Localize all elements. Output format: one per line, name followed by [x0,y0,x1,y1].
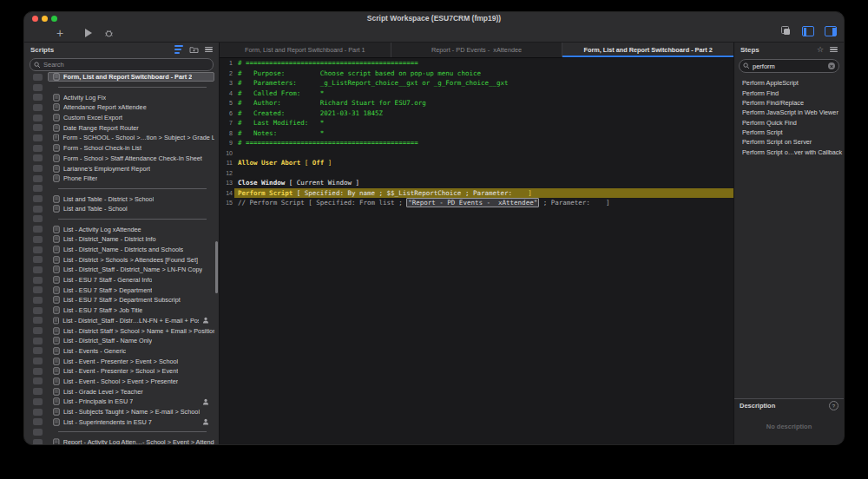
duplicate-icon[interactable] [781,26,792,36]
script-list-item[interactable]: List - District_Staff - District_Name > … [24,265,219,275]
script-list-item[interactable]: List - District Staff > School > Name + … [24,325,219,336]
code-line[interactable]: 8# Notes: * [220,128,733,139]
include-in-menu-checkbox[interactable] [33,236,43,243]
script-list-item[interactable]: Activity Log Fix [24,92,219,102]
script-list-item[interactable]: Larianne's Employment Report [24,163,219,174]
include-in-menu-checkbox[interactable] [33,277,43,284]
script-list-item[interactable]: List - Events - Generic [24,346,219,357]
editor-tab-active[interactable]: Form, List and Report Switchboard - Part… [562,43,733,57]
script-list-item[interactable]: List - District_Name - Districts and Sch… [24,245,219,255]
script-list-item[interactable]: List - District > Schools > Attendees [F… [24,254,219,265]
include-in-menu-checkbox[interactable] [33,398,43,405]
run-script-button[interactable] [85,29,92,37]
include-in-menu-checkbox[interactable] [33,317,43,324]
script-list-item[interactable]: Attendance Report xAttendee [24,102,219,113]
script-list-separator[interactable] [24,82,219,93]
step-item[interactable]: Perform Script [734,128,844,137]
code-line[interactable]: 15// Perform Script [ Specified: From li… [220,198,733,208]
script-list-separator[interactable] [24,214,219,225]
include-in-menu-checkbox[interactable] [33,124,43,131]
toggle-steps-pane-button[interactable] [825,26,837,36]
script-list-item[interactable]: List - Event - Presenter > Event > Schoo… [24,356,219,366]
script-list-item[interactable]: List - District_Staff - Distr…LN-FN + E-… [24,316,219,326]
script-list-item[interactable]: List - ESU 7 Staff > Department Subscrip… [24,295,219,305]
include-in-menu-checkbox[interactable] [33,409,43,416]
include-in-menu-checkbox[interactable] [33,215,43,222]
step-item[interactable]: Perform Script o…ver with Callback [734,147,844,156]
scripts-view-toggle-icon[interactable] [174,45,183,55]
script-list-item[interactable]: List - Grade Level > Teacher [24,386,219,397]
new-script-button[interactable]: + [52,26,68,40]
script-list-item[interactable]: List - ESU 7 Staff - General Info [24,275,219,285]
script-list-item[interactable]: Form, List and Report Switchboard - Part… [24,72,219,82]
code-line[interactable]: 13Close Window [ Current Window ] [220,178,733,188]
include-in-menu-checkbox[interactable] [33,246,43,253]
code-line[interactable]: 5# Author: Richard Stuart for ESU7.org [220,98,733,108]
script-list-item[interactable]: List - Event - Presenter > School > Even… [24,366,219,377]
code-line[interactable]: 4# Called From: * [220,89,733,99]
toggle-scripts-pane-button[interactable] [802,26,814,36]
code-line[interactable]: 11Allow User Abort [ Off ] [220,158,733,168]
step-item[interactable]: Perform AppleScript [734,78,844,88]
script-list-item[interactable]: List - Superintendents in ESU 7 [24,417,219,427]
include-in-menu-checkbox[interactable] [33,135,43,141]
script-list-item[interactable]: Date Range Report Router [24,122,219,133]
include-in-menu-checkbox[interactable] [33,266,43,273]
scripts-scrollbar-thumb[interactable] [215,241,219,293]
step-item[interactable]: Perform Quick Find [734,117,844,127]
favorite-steps-icon[interactable]: ☆ [817,46,824,54]
include-in-menu-checkbox[interactable] [33,226,43,233]
clear-search-icon[interactable] [828,62,835,69]
include-in-menu-checkbox[interactable] [33,154,43,161]
include-in-menu-checkbox[interactable] [33,338,43,344]
help-icon[interactable]: ? [829,401,838,410]
include-in-menu-checkbox[interactable] [33,74,43,81]
code-line[interactable]: 9# =====================================… [220,138,733,148]
include-in-menu-checkbox[interactable] [33,429,43,436]
include-in-menu-checkbox[interactable] [33,115,43,121]
include-in-menu-checkbox[interactable] [33,165,43,172]
script-list-item[interactable]: List - Principals in ESU 7 [24,397,219,407]
include-in-menu-checkbox[interactable] [33,145,43,152]
step-item[interactable]: Perform JavaScript in Web Viewer [734,108,844,117]
include-in-menu-checkbox[interactable] [33,286,43,293]
script-list-item[interactable]: Phone Filter [24,174,219,184]
script-list-item[interactable]: Form - School > Staff Attendance Check-I… [24,154,219,164]
scripts-menu-icon[interactable] [205,47,213,53]
include-in-menu-checkbox[interactable] [33,297,43,304]
script-list-item[interactable]: List - ESU 7 Staff > Job Title [24,305,219,316]
scripts-search-input[interactable] [43,61,209,69]
script-list-item[interactable]: List - Subjects Taught > Name > E-mail >… [24,407,219,417]
script-list-item[interactable]: List - District_Staff - Name Only [24,336,219,346]
code-line[interactable]: 12 [220,168,733,179]
script-list-item[interactable]: List - Event - School > Event > Presente… [24,377,219,387]
script-list-item[interactable]: List - Activity Log xAttendee [24,224,219,234]
steps-search-input[interactable] [753,62,825,70]
debug-script-button[interactable] [102,27,115,39]
include-in-menu-checkbox[interactable] [33,195,43,202]
include-in-menu-checkbox[interactable] [33,256,43,263]
include-in-menu-checkbox[interactable] [33,327,43,334]
include-in-menu-checkbox[interactable] [33,307,43,314]
step-item[interactable]: Perform Find [734,88,844,97]
script-list-item[interactable]: List - ESU 7 Staff > Department [24,285,219,295]
include-in-menu-checkbox[interactable] [33,347,43,354]
include-in-menu-checkbox[interactable] [33,377,43,384]
include-in-menu-checkbox[interactable] [33,206,43,213]
include-in-menu-checkbox[interactable] [33,368,43,375]
script-editor[interactable]: 1# =====================================… [220,58,733,444]
script-list-item[interactable]: List and Table - District > School [24,194,219,204]
code-line[interactable]: 14Perform Script [ Specified: By name ; … [220,188,733,199]
script-list-item[interactable]: Form - SCHOOL - School >…tion > Subject … [24,133,219,143]
new-folder-icon[interactable] [189,46,199,54]
include-in-menu-checkbox[interactable] [33,439,43,444]
code-line[interactable]: 2# Purpose: Choose script based on pop-u… [220,69,733,79]
script-list-item[interactable]: Form - School Check-in List [24,143,219,154]
code-line[interactable]: 1# =====================================… [220,58,733,69]
editor-tab[interactable]: Report - PD Events - xAttendee [391,43,563,57]
steps-list-view-icon[interactable] [830,47,838,53]
step-item[interactable]: Perform Script on Server [734,137,844,147]
include-in-menu-checkbox[interactable] [33,358,43,364]
code-line[interactable]: 6# Created: 2021-03-31 1845Z [220,108,733,119]
script-list-separator[interactable] [24,184,219,194]
